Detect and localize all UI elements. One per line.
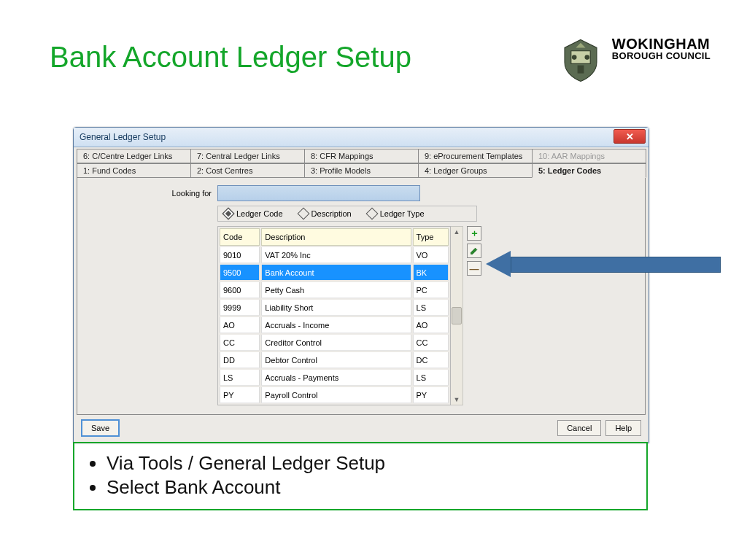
window-title: General Ledger Setup	[74, 132, 166, 142]
tab-4-ledger-groups[interactable]: 4: Ledger Groups	[418, 163, 533, 178]
cell-code: LS	[220, 370, 260, 386]
tab-6-c-centre-ledger-links[interactable]: 6: C/Centre Ledger Links	[77, 149, 191, 163]
ledger-codes-table: Code Description Type 9010VAT 20% IncVO9…	[217, 226, 451, 405]
cell-code: DD	[220, 352, 260, 368]
col-header-code[interactable]: Code	[220, 228, 260, 246]
cell-desc: Bank Account	[261, 265, 411, 281]
svg-rect-2	[577, 66, 584, 74]
cell-code: AO	[220, 317, 260, 333]
bullet-item: Select Bank Account	[107, 476, 633, 499]
dialog-window: General Ledger Setup ✕ 6: C/Centre Ledge…	[73, 127, 649, 443]
cell-desc: VAT 20% Inc	[261, 247, 411, 263]
tab-9-eprocurement-templates[interactable]: 9: eProcurement Templates	[418, 149, 533, 163]
instruction-box: Via Tools / General Ledger SetupSelect B…	[73, 442, 648, 510]
cell-type: PC	[413, 282, 449, 298]
cell-type: LS	[413, 300, 449, 316]
tabs-row-2: 1: Fund Codes2: Cost Centres3: Profile M…	[77, 163, 646, 178]
help-button[interactable]: Help	[605, 420, 641, 436]
looking-for-label: Looking for	[88, 189, 217, 198]
brand-lockup: WOKINGHAM BOROUGH COUNCIL	[557, 36, 711, 85]
tab-panel-ledger-codes: Looking for Ledger CodeDescriptionLedger…	[77, 177, 646, 415]
cell-desc: Accruals - Payments	[261, 370, 411, 386]
table-row[interactable]: AOAccruals - IncomeAO	[220, 317, 449, 333]
diamond-radio-icon	[222, 208, 235, 220]
tab-8-cfr-mappings[interactable]: 8: CFR Mappings	[304, 149, 419, 163]
cell-code: CC	[220, 335, 260, 351]
col-header-description[interactable]: Description	[261, 228, 411, 246]
col-header-type[interactable]: Type	[413, 228, 449, 246]
delete-row-button[interactable]: —	[467, 261, 481, 276]
plus-icon: ＋	[470, 227, 479, 240]
cell-desc: Liability Short	[261, 300, 411, 316]
minus-icon: —	[470, 263, 479, 274]
cell-code: 9999	[220, 300, 260, 316]
cell-type: PY	[413, 387, 449, 403]
scroll-down-icon[interactable]: ▼	[454, 394, 460, 405]
edit-row-button[interactable]	[467, 244, 481, 258]
add-row-button[interactable]: ＋	[467, 226, 481, 241]
cell-code: 9010	[220, 247, 260, 263]
scroll-up-icon[interactable]: ▲	[454, 227, 460, 237]
filter-description[interactable]: Description	[299, 209, 352, 218]
table-row[interactable]: 9010VAT 20% IncVO	[220, 247, 449, 263]
tab-2-cost-centres[interactable]: 2: Cost Centres	[190, 163, 305, 178]
tab-7-central-ledger-links[interactable]: 7: Central Ledger Links	[190, 149, 305, 163]
crest-icon	[557, 36, 605, 85]
close-icon: ✕	[626, 131, 634, 142]
save-button[interactable]: Save	[81, 419, 120, 437]
cell-code: 9600	[220, 282, 260, 298]
cell-code: 9500	[220, 265, 260, 281]
cell-type: DC	[413, 352, 449, 368]
close-button[interactable]: ✕	[614, 129, 646, 144]
tabs-row-1: 6: C/Centre Ledger Links7: Central Ledge…	[77, 149, 646, 163]
tab-5-ledger-codes[interactable]: 5: Ledger Codes	[532, 163, 646, 178]
table-row[interactable]: PYPayroll ControlPY	[220, 387, 449, 403]
cell-type: CC	[413, 335, 449, 351]
arrow-left-icon	[486, 251, 511, 277]
table-row[interactable]: DDDebtor ControlDC	[220, 352, 449, 368]
cell-type: LS	[413, 370, 449, 386]
tab-3-profile-models[interactable]: 3: Profile Models	[304, 163, 419, 178]
filter-ledger-type[interactable]: Ledger Type	[368, 209, 425, 218]
svg-point-0	[572, 55, 577, 60]
cell-desc: Petty Cash	[261, 282, 411, 298]
table-row[interactable]: 9999Liability ShortLS	[220, 300, 449, 316]
brand-name: WOKINGHAM	[612, 36, 711, 51]
filter-ledger-code[interactable]: Ledger Code	[224, 209, 283, 218]
svg-point-1	[584, 55, 589, 60]
scroll-thumb[interactable]	[452, 307, 462, 324]
brand-sub: BOROUGH COUNCIL	[612, 51, 711, 61]
cell-type: BK	[413, 265, 449, 281]
looking-for-input[interactable]	[217, 185, 420, 201]
filter-options: Ledger CodeDescriptionLedger Type	[217, 206, 477, 222]
table-row[interactable]: LSAccruals - PaymentsLS	[220, 370, 449, 386]
filter-label: Ledger Type	[380, 209, 425, 218]
cancel-button[interactable]: Cancel	[557, 420, 601, 436]
annotation-arrow	[486, 251, 719, 277]
cell-desc: Creditor Control	[261, 335, 411, 351]
bullet-item: Via Tools / General Ledger Setup	[107, 452, 633, 475]
titlebar: General Ledger Setup ✕	[74, 128, 649, 147]
cell-desc: Debtor Control	[261, 352, 411, 368]
pencil-icon	[470, 246, 479, 255]
table-row[interactable]: CCCreditor ControlCC	[220, 335, 449, 351]
cell-type: VO	[413, 247, 449, 263]
table-row[interactable]: 9600Petty CashPC	[220, 282, 449, 298]
filter-label: Ledger Code	[236, 209, 283, 218]
table-row[interactable]: 9500Bank AccountBK	[220, 265, 449, 281]
cell-desc: Payroll Control	[261, 387, 411, 403]
diamond-radio-icon	[365, 208, 378, 220]
tab-1-fund-codes[interactable]: 1: Fund Codes	[77, 163, 191, 178]
cell-desc: Accruals - Income	[261, 317, 411, 333]
tab-10-aar-mappings: 10: AAR Mappings	[532, 149, 646, 163]
cell-code: PY	[220, 387, 260, 403]
cell-type: AO	[413, 317, 449, 333]
table-scrollbar[interactable]: ▲ ▼	[451, 226, 463, 405]
filter-label: Description	[311, 209, 352, 218]
diamond-radio-icon	[297, 208, 309, 220]
slide-title: Bank Account Ledger Setup	[50, 41, 411, 74]
